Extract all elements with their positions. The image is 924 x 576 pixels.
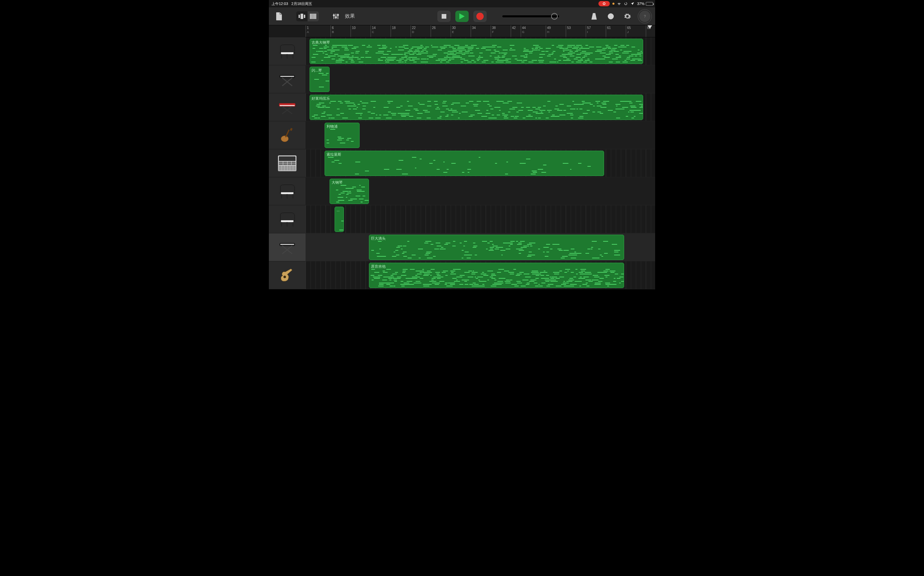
fx-button[interactable]: 效果 xyxy=(345,13,355,19)
track-header[interactable] xyxy=(269,205,306,233)
svg-rect-36 xyxy=(292,194,294,198)
ruler-mark: 65J xyxy=(626,25,631,37)
midi-region[interactable]: 原音吉他 xyxy=(369,263,624,288)
svg-rect-32 xyxy=(285,130,290,137)
loop-button[interactable] xyxy=(606,11,616,21)
browser-view-button[interactable] xyxy=(296,11,308,21)
settings-button[interactable] xyxy=(622,11,632,21)
track-lane[interactable] xyxy=(306,66,655,93)
midi-region[interactable]: 利物浦 xyxy=(324,123,359,148)
region-label: 好莱坞弦乐 xyxy=(311,96,641,101)
track-header[interactable] xyxy=(269,261,306,290)
status-time: 上午12:03 xyxy=(271,2,288,6)
region-label: 古典大钢琴 xyxy=(311,40,641,45)
midi-region[interactable]: 闪...琴 xyxy=(310,67,330,92)
ruler-mark: 22D xyxy=(411,25,415,37)
record-button[interactable] xyxy=(473,11,487,22)
master-volume-slider[interactable] xyxy=(502,15,559,18)
region-label: 闪...琴 xyxy=(311,68,327,73)
svg-rect-6 xyxy=(313,14,314,19)
svg-point-17 xyxy=(608,14,613,19)
timeline-ruler[interactable]: 1A6B1014C1822D2630E3438F4244G49H5357I616… xyxy=(306,25,655,37)
ruler-mark: 49H xyxy=(546,25,551,37)
my-songs-button[interactable] xyxy=(274,11,284,21)
svg-rect-22 xyxy=(287,54,287,58)
svg-rect-43 xyxy=(280,244,294,245)
metronome-button[interactable] xyxy=(589,11,599,21)
svg-text:?: ? xyxy=(644,14,646,18)
ruler-mark: 61 xyxy=(606,25,611,37)
midi-region[interactable]: 好莱坞弦乐 xyxy=(310,94,643,120)
region-label: 原音吉他 xyxy=(371,264,622,269)
ruler-mark: 57I xyxy=(586,25,591,37)
svg-rect-3 xyxy=(304,14,305,18)
region-label: 巨大滴头 xyxy=(371,236,622,241)
track-lane[interactable] xyxy=(306,205,655,233)
track-header[interactable] xyxy=(269,93,306,121)
toolbar: 效果 xyxy=(269,7,655,25)
ruler-mark: 34 xyxy=(471,25,476,37)
svg-rect-21 xyxy=(292,54,294,58)
mic-indicator-icon xyxy=(613,3,614,5)
svg-rect-34 xyxy=(281,192,293,194)
svg-point-10 xyxy=(333,14,335,16)
midi-region[interactable]: ... xyxy=(335,206,344,232)
svg-point-0 xyxy=(603,3,605,5)
svg-rect-19 xyxy=(281,52,293,54)
master-volume-knob[interactable] xyxy=(551,13,558,20)
stop-button[interactable] xyxy=(437,11,451,22)
svg-rect-7 xyxy=(314,14,315,19)
screen-record-indicator[interactable] xyxy=(598,1,610,6)
svg-rect-28 xyxy=(280,105,295,106)
rotation-lock-icon xyxy=(624,2,628,6)
ruler-mark: 26 xyxy=(431,25,436,37)
svg-rect-24 xyxy=(280,76,294,77)
svg-rect-39 xyxy=(281,222,282,226)
region-label: 利物浦 xyxy=(327,124,358,129)
ruler-mark: 38F xyxy=(491,25,496,37)
help-button[interactable]: ? xyxy=(639,11,650,22)
play-button[interactable] xyxy=(455,11,469,22)
ruler-mark: 14C xyxy=(371,25,375,37)
svg-rect-40 xyxy=(292,222,294,226)
track-lanes[interactable]: 古典大钢琴闪...琴好莱坞弦乐利物浦索拉里斯大钢琴...巨大滴头原音吉他 xyxy=(306,37,655,290)
ruler-mark: 1A xyxy=(306,25,309,37)
track-controls-button[interactable] xyxy=(331,11,341,21)
svg-rect-15 xyxy=(442,14,446,19)
battery-percent: 37% xyxy=(637,2,645,6)
track-header[interactable] xyxy=(269,178,306,205)
track-header[interactable] xyxy=(269,121,306,149)
ruler-mark: 18 xyxy=(391,25,396,37)
midi-region[interactable]: 巨大滴头 xyxy=(369,235,624,260)
midi-region[interactable]: 古典大钢琴 xyxy=(310,39,643,64)
svg-point-14 xyxy=(337,14,338,16)
midi-region[interactable]: 大钢琴 xyxy=(330,179,369,204)
svg-point-46 xyxy=(284,275,286,278)
battery-icon xyxy=(646,2,653,6)
transport-controls xyxy=(437,11,487,22)
region-label: 索拉里斯 xyxy=(327,152,602,157)
track-headers xyxy=(269,37,306,290)
status-bar: 上午12:03 2月18日周五 37% xyxy=(269,0,655,7)
svg-point-12 xyxy=(335,17,337,18)
track-header[interactable] xyxy=(269,37,306,66)
svg-rect-38 xyxy=(281,220,293,222)
tracks-view-button[interactable] xyxy=(308,11,319,21)
ruler-mark: 30E xyxy=(451,25,456,37)
ruler-mark: 6B xyxy=(330,25,334,37)
svg-rect-35 xyxy=(281,194,282,198)
svg-rect-1 xyxy=(298,14,300,18)
svg-rect-37 xyxy=(287,194,287,198)
svg-rect-8 xyxy=(315,14,316,19)
svg-rect-33 xyxy=(290,128,292,131)
track-header[interactable] xyxy=(269,149,306,178)
track-header[interactable] xyxy=(269,66,306,93)
ruler-mark: 42 xyxy=(511,25,516,37)
ruler-mark: 10 xyxy=(351,25,356,37)
ruler-mark: 44G xyxy=(521,25,526,37)
playhead[interactable] xyxy=(648,25,652,29)
location-icon xyxy=(630,2,634,6)
track-header[interactable] xyxy=(269,233,306,261)
svg-rect-20 xyxy=(281,54,282,58)
midi-region[interactable]: 索拉里斯 xyxy=(324,151,604,176)
